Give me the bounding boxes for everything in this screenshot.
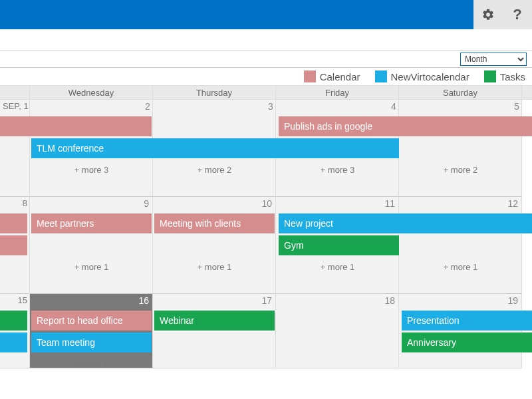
legend-label: Tasks (500, 71, 525, 82)
day-number[interactable]: 2 (31, 100, 154, 113)
settings-button[interactable] (473, 0, 503, 29)
calendar-event[interactable]: Meet partners (31, 213, 152, 233)
calendar-event[interactable] (0, 311, 27, 331)
day-header: Wednesday (30, 86, 153, 99)
day-header (0, 86, 30, 99)
gear-icon (481, 8, 495, 21)
more-events-link (276, 354, 399, 374)
calendar-event[interactable] (0, 235, 27, 255)
day-number[interactable]: 18 (276, 294, 399, 307)
day-number[interactable]: 19 (399, 294, 522, 307)
top-bar: ? (0, 0, 532, 29)
more-events-link[interactable]: + more 1 (30, 354, 153, 374)
calendar-event[interactable]: TLM conference (31, 138, 399, 158)
day-number[interactable]: 15 (0, 294, 30, 307)
legend-item-tasks[interactable]: Tasks (484, 70, 525, 82)
calendar-grid: SEP, 12345Publish ads in googleTLM confe… (0, 100, 532, 368)
legend-swatch (484, 70, 496, 82)
day-number[interactable]: SEP, 1 (0, 100, 31, 113)
day-number[interactable]: 4 (277, 100, 400, 113)
calendar-week: SEP, 12345Publish ads in googleTLM confe… (0, 100, 532, 197)
spacer (0, 29, 532, 51)
more-events-link (153, 354, 276, 374)
legend: CalendarNewVirtocalendarTasks (0, 68, 532, 85)
legend-item-calendar[interactable]: Calendar (304, 70, 360, 82)
more-events-link[interactable]: + more 3 (276, 160, 399, 180)
calendar-event[interactable]: Webinar (154, 311, 275, 331)
calendar-event[interactable] (0, 332, 27, 352)
calendar-event[interactable]: Team meeting (31, 332, 152, 352)
calendar-event[interactable]: Meeting with clients (154, 213, 275, 233)
help-button[interactable]: ? (503, 0, 532, 29)
legend-swatch (304, 70, 316, 82)
day-number[interactable]: 5 (400, 100, 523, 113)
legend-swatch (375, 70, 387, 82)
calendar: WednesdayThursdayFridaySaturday SEP, 123… (0, 85, 532, 368)
calendar-event[interactable]: Presentation (402, 311, 532, 331)
legend-label: NewVirtocalendar (391, 71, 469, 82)
calendar-event[interactable]: Anniversary (402, 332, 532, 352)
day-number[interactable]: 16 (30, 294, 153, 307)
day-number[interactable]: 11 (276, 197, 399, 210)
more-events-link[interactable]: + more 1 (30, 257, 153, 277)
more-events-link (399, 354, 522, 374)
calendar-event[interactable]: Publish ads in google (279, 116, 532, 136)
calendar-event[interactable]: New project (279, 213, 532, 233)
more-events-link[interactable]: + more 1 (399, 257, 522, 277)
calendar-event[interactable]: Gym (279, 235, 399, 255)
day-number[interactable]: 9 (30, 197, 153, 210)
legend-label: Calendar (320, 71, 360, 82)
toolbar: DayWeekMonthYear (0, 51, 532, 68)
help-icon: ? (513, 6, 521, 23)
calendar-event[interactable] (0, 213, 27, 233)
calendar-week: 1516171819Report to head officeWebinarPr… (0, 294, 532, 368)
more-events-link (0, 257, 30, 277)
day-header: Friday (276, 86, 399, 99)
more-events-link[interactable]: + more 2 (153, 160, 276, 180)
view-mode-select[interactable]: DayWeekMonthYear (460, 53, 527, 66)
calendar-event[interactable]: Report to head office (31, 311, 152, 331)
more-events-link[interactable]: + more 1 (276, 257, 399, 277)
calendar-week: 89101112Meet partnersMeeting with client… (0, 197, 532, 294)
day-number[interactable]: 8 (0, 197, 30, 210)
more-events-link[interactable]: + more 1 (153, 257, 276, 277)
more-events-link (0, 160, 30, 180)
day-number[interactable]: 17 (153, 294, 276, 307)
top-bar-actions: ? (473, 0, 532, 29)
day-headers: WednesdayThursdayFridaySaturday (0, 85, 532, 100)
day-header: Thursday (153, 86, 276, 99)
day-number[interactable]: 10 (153, 197, 276, 210)
more-events-link (0, 354, 30, 374)
more-events-link[interactable]: + more 2 (399, 160, 522, 180)
calendar-event[interactable] (0, 116, 152, 136)
day-number[interactable]: 3 (154, 100, 277, 113)
legend-item-newvirto[interactable]: NewVirtocalendar (375, 70, 469, 82)
more-events-link[interactable]: + more 3 (30, 160, 153, 180)
day-number[interactable]: 12 (399, 197, 522, 210)
day-header: Saturday (399, 86, 522, 99)
